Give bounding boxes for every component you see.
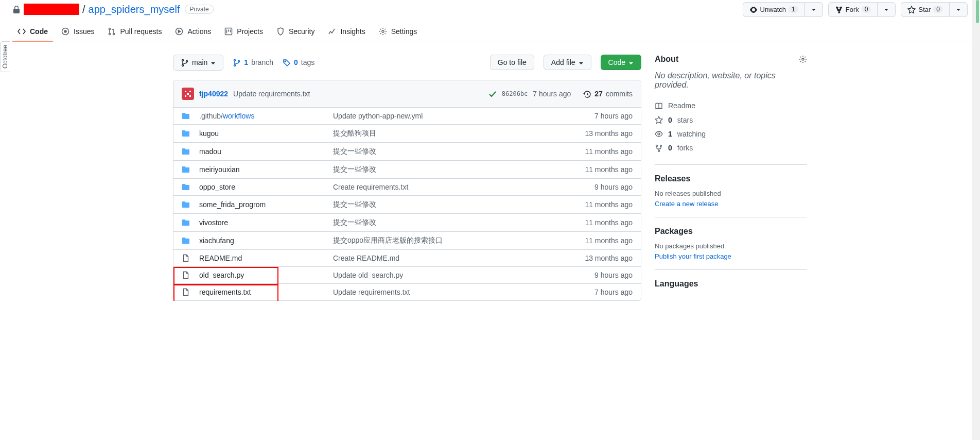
eye-icon [655, 129, 663, 138]
caret-down-icon [811, 6, 816, 13]
svg-point-2 [109, 28, 111, 29]
tab-issues[interactable]: Issues [56, 22, 99, 42]
packages-section: Packages No packages published Publish y… [655, 217, 807, 260]
commits-link[interactable]: 27 commits [583, 89, 633, 98]
folder-icon [182, 147, 192, 156]
star-count: 0 [933, 6, 943, 13]
tab-actions[interactable]: Actions [170, 22, 216, 42]
gear-icon[interactable] [799, 55, 807, 64]
file-commit-message[interactable]: 提交一些修改 [333, 218, 376, 226]
svg-rect-18 [185, 95, 186, 97]
file-commit-message[interactable]: 提交一些修改 [333, 147, 376, 155]
fork-button[interactable]: Fork 0 [828, 2, 878, 17]
file-name-link[interactable]: .github/workflows [199, 112, 254, 120]
watch-dropdown[interactable] [805, 2, 823, 17]
releases-section: Releases No releases published Create a … [655, 164, 807, 208]
svg-point-3 [109, 33, 111, 35]
file-name-link[interactable]: old_search.py [199, 271, 244, 279]
forks-link[interactable]: 0 forks [655, 141, 807, 155]
check-icon[interactable] [488, 89, 497, 98]
file-name-link[interactable]: requirements.txt [199, 288, 251, 296]
file-commit-message[interactable]: Update python-app-new.yml [333, 112, 423, 120]
watching-link[interactable]: 1 watching [655, 127, 807, 141]
file-name-link[interactable]: oppo_store [199, 183, 235, 191]
author-avatar[interactable] [182, 88, 194, 100]
file-commit-message[interactable]: Update requirements.txt [333, 288, 410, 296]
create-release-link[interactable]: Create a new release [655, 200, 719, 208]
visibility-badge: Private [185, 5, 213, 14]
file-commit-message[interactable]: 提交一些修改 [333, 200, 376, 208]
repo-header: / app_spiders_myself Private Unwatch 1 F… [0, 0, 980, 22]
star-dropdown[interactable] [950, 2, 968, 17]
fork-dropdown[interactable] [878, 2, 896, 17]
tab-settings[interactable]: Settings [374, 22, 423, 42]
commit-author[interactable]: tjp40922 [199, 90, 228, 98]
tab-insights[interactable]: Insights [323, 22, 370, 42]
file-name-link[interactable]: some_frida_progrom [199, 200, 266, 209]
svg-point-4 [113, 33, 115, 35]
scrollbar-thumb[interactable] [976, 0, 979, 23]
folder-icon [182, 236, 192, 245]
caret-down-icon [579, 58, 584, 66]
tab-code[interactable]: Code [12, 22, 53, 42]
file-commit-message[interactable]: Create requirements.txt [333, 183, 408, 191]
tab-pull-requests[interactable]: Pull requests [102, 22, 167, 42]
file-name-link[interactable]: xiachufang [199, 236, 234, 245]
tab-projects-label: Projects [237, 27, 263, 36]
file-commit-time: 11 months ago [585, 218, 633, 227]
releases-note: No releases published [655, 190, 807, 197]
commit-sha[interactable]: 86206bc [502, 90, 528, 97]
octotree-sidebar-toggle[interactable]: Octotree [0, 41, 10, 72]
file-name-link[interactable]: README.md [199, 254, 242, 262]
folder-icon [182, 218, 192, 227]
add-file-button[interactable]: Add file [544, 55, 591, 70]
unwatch-button[interactable]: Unwatch 1 [743, 2, 805, 17]
svg-point-9 [182, 64, 184, 66]
file-commit-message[interactable]: 提交酷狗项目 [333, 129, 376, 137]
stars-link[interactable]: 0 stars [655, 113, 807, 127]
svg-point-11 [234, 59, 236, 61]
repo-tabs: Code Issues Pull requests Actions Projec… [0, 22, 980, 42]
branch-selector[interactable]: main [173, 55, 223, 71]
commit-message[interactable]: Update requirements.txt [233, 90, 310, 98]
svg-point-22 [656, 145, 658, 146]
go-to-file-button[interactable]: Go to file [490, 55, 534, 70]
tab-projects[interactable]: Projects [219, 22, 268, 42]
repo-name-link[interactable]: app_spiders_myself [89, 4, 180, 15]
readme-link[interactable]: Readme [655, 99, 807, 113]
tab-security[interactable]: Security [271, 22, 320, 42]
svg-point-24 [658, 150, 660, 151]
caret-down-icon [884, 6, 889, 13]
owner-link-redacted[interactable] [24, 4, 79, 15]
file-name-link[interactable]: vivostore [199, 218, 228, 227]
file-name-link[interactable]: kugou [199, 129, 219, 138]
branch-count-label: branch [251, 58, 273, 66]
file-commit-message[interactable]: 提交一些修改 [333, 165, 376, 173]
file-commit-time: 13 months ago [585, 254, 633, 262]
file-name-link[interactable]: madou [199, 147, 221, 156]
history-icon [583, 89, 591, 98]
file-icon [182, 271, 192, 279]
stars-count: 0 [668, 116, 672, 124]
file-row: README.mdCreate README.md13 months ago [173, 250, 641, 267]
tab-security-label: Security [289, 27, 315, 36]
vertical-scrollbar[interactable] [972, 0, 980, 301]
publish-package-link[interactable]: Publish your first package [655, 252, 731, 260]
fork-button-group: Fork 0 [828, 2, 896, 17]
svg-point-8 [182, 59, 184, 61]
watch-count: 1 [789, 6, 798, 13]
tab-pulls-label: Pull requests [120, 27, 162, 36]
caret-down-icon [628, 58, 634, 66]
code-button[interactable]: Code [601, 55, 641, 70]
tags-link[interactable]: 0 tags [283, 58, 314, 67]
fork-count: 0 [862, 6, 871, 13]
file-commit-message[interactable]: Update old_search.py [333, 271, 403, 279]
star-button[interactable]: Star 0 [901, 2, 950, 17]
file-commit-message[interactable]: Create README.md [333, 254, 399, 262]
file-name-link[interactable]: meiriyouxian [199, 165, 240, 174]
branches-link[interactable]: 1 branch [233, 58, 273, 67]
file-row: oppo_storeCreate requirements.txt9 hours… [173, 179, 641, 196]
file-commit-time: 9 hours ago [594, 183, 633, 191]
file-commit-message[interactable]: 提交oppo应用商店老版的搜索接口 [333, 236, 443, 244]
languages-heading: Languages [655, 279, 807, 289]
